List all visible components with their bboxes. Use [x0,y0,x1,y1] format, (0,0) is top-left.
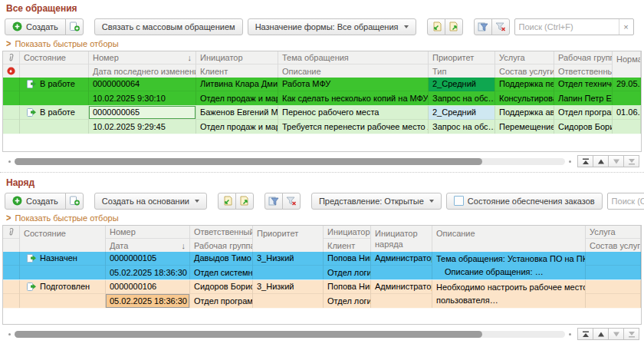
linked-docs-out-button[interactable] [445,18,463,35]
column-header-initiator[interactable]: Инициатор Клиент [196,51,278,78]
orders-quick-filters-link[interactable]: > Показать быстрые отборы [6,212,644,223]
row-responsible: Сидоров Борис… [554,120,612,134]
funnel-icon [268,197,279,206]
column-header-number[interactable]: Номер↓ Дата последнего изменения [89,51,196,78]
clear-filter-button[interactable] [491,18,510,35]
table-empty-area [3,134,641,151]
column-header-number[interactable]: Номер Дата↓ [106,226,190,252]
row-client: Отдел логистики [324,266,370,279]
funnel-icon [478,22,488,31]
row-date: 10.02.2025 9:30:10 [89,91,196,105]
chevron-down-icon [404,25,409,28]
table-empty-area [3,309,641,324]
status-in-progress-icon [27,80,37,88]
row-navigation-buttons [578,328,639,340]
chevron-down-icon [195,200,199,203]
row-client: Отдел продаж и мар… [196,91,278,105]
row-type: Запрос на обс… [429,91,495,105]
view-button[interactable]: Представление: Открытые [311,193,442,210]
linked-docs-in-button[interactable] [218,193,236,210]
scrollbar-thumb[interactable] [15,331,482,338]
table-row[interactable]: В работе 0000000065 10.02.2025 9:29:45 Б… [3,106,641,134]
current-cell[interactable]: 0000000065 [89,106,196,120]
requests-quick-filters-link[interactable]: > Показать быстрые отборы [6,38,644,49]
go-first-button[interactable] [577,328,593,340]
go-last-button[interactable] [623,328,639,340]
create-button[interactable]: Создать [5,193,66,210]
grip-dot-icon [569,333,571,335]
create-by-copy-button[interactable] [65,193,84,210]
linked-docs-in-button[interactable] [427,18,445,35]
column-header-service[interactable]: Услуга Состав услуги [586,226,641,252]
column-header-request-initiator[interactable]: Инициатор обр… Клиент [324,226,371,252]
column-header-state[interactable]: Состояние [20,226,106,252]
create-based-on-label: Создать на основании [102,197,189,206]
set-filter-button[interactable] [264,193,283,210]
create-button[interactable]: Создать [5,18,66,35]
go-previous-button[interactable] [593,155,609,167]
form-assignment-label: Назначение формы: Все обращения [255,22,399,31]
row-description: Необходимо настроить рабочее место польз… [432,280,586,308]
sort-desc-icon: ↓ [188,51,192,64]
orders-state-button[interactable]: Состояние обеспечения заказов [446,193,603,210]
create-button-group: Создать [5,18,84,35]
search-input[interactable] [515,22,619,31]
clear-filter-button[interactable] [282,193,301,210]
create-based-on-button[interactable]: Создать на основании [94,193,207,210]
row-priority: 3_Низкий [253,252,323,266]
go-previous-button[interactable] [593,328,609,340]
go-first-button[interactable] [577,155,593,167]
column-header-subject[interactable]: Тема обращения Описание [278,51,429,78]
current-cell[interactable]: 05.02.2025 18:36:30 [106,294,189,308]
create-button-group: Создать [5,193,84,210]
go-next-button[interactable] [608,328,624,340]
column-header-service[interactable]: Услуга Состав услуги [495,51,554,78]
copy-document-icon [69,21,80,31]
horizontal-scrollbar[interactable] [15,331,565,338]
linked-docs-group [218,193,254,210]
go-last-button[interactable] [623,155,639,167]
column-header-description[interactable]: Описание [432,226,586,252]
paperclip-icon [3,226,19,239]
chevron-right-icon: > [6,38,11,48]
column-header-workgroup[interactable]: Рабочая группа Ответственный [554,51,613,78]
column-header-order-initiator[interactable]: Инициатор наряда [371,226,432,252]
quick-filters-label: Показать быстрые отборы [15,213,118,223]
table-row[interactable]: В работе 0000000064 10.02.2025 9:30:10 Л… [3,78,641,106]
row-order-initiator: Администратор [371,280,432,294]
table-row[interactable]: Назначен 0000000105 05.02.2025 18:36:30 … [3,252,641,280]
sort-desc-icon: ↓ [182,240,186,252]
row-subject: Перенос рабочего места [278,106,428,120]
column-header-priority[interactable]: Приоритет Тип [429,51,495,78]
search-input[interactable] [608,197,644,206]
go-next-button[interactable] [608,155,624,167]
row-state: Назначен [40,252,77,265]
requests-panel: Все обращения Создать Связать с массовым… [0,3,644,167]
form-assignment-button[interactable]: Назначение формы: Все обращения [248,18,416,35]
row-workgroup: Отдел програм… [190,294,252,308]
column-header-norm[interactable]: Норматив [613,51,641,78]
row-service: Поддержка авт… [495,106,554,120]
horizontal-scrollbar[interactable] [15,158,565,165]
link-mass-request-button[interactable]: Связать с массовым обращением [94,18,243,35]
row-responsible: Давыдов Тимо… [190,252,252,266]
row-state: В работе [40,78,75,91]
urgency-flame-icon [3,64,19,78]
table-row[interactable]: Подготовлен 0000000106 05.02.2025 18:36:… [3,280,641,309]
row-norm: 01.06.2 [613,106,640,120]
scrollbar-thumb[interactable] [15,158,482,165]
orders-table-header: Состояние Номер Дата↓ Ответственный Рабо… [3,226,641,252]
row-client: Отдел логистики [324,294,370,308]
row-workgroup: Отдел системн… [190,266,252,279]
linked-docs-out-button[interactable] [235,193,254,210]
column-header-state[interactable]: Состояние [20,51,89,78]
create-by-copy-button[interactable] [65,18,84,35]
attachment-column-header[interactable] [3,51,20,78]
clear-search-icon[interactable]: × [619,19,633,35]
column-header-responsible[interactable]: Ответственный Рабочая группа [190,226,253,252]
attachment-column-header[interactable] [3,226,20,252]
row-responsible: Сидоров Борис… [190,280,252,294]
quick-filters-label: Показать быстрые отборы [15,39,118,48]
column-header-priority[interactable]: Приоритет [253,226,324,252]
set-filter-button[interactable] [474,18,492,35]
